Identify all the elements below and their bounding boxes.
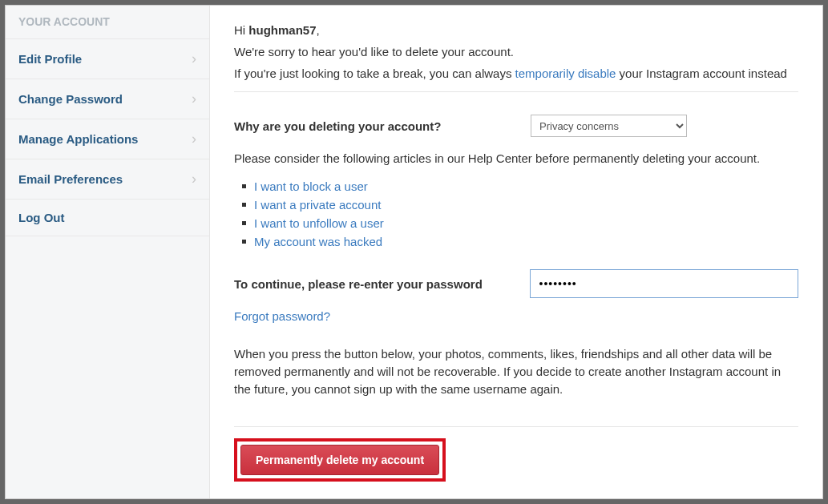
- article-link-block-user[interactable]: I want to block a user: [242, 179, 798, 193]
- article-link-account-hacked[interactable]: My account was hacked: [242, 235, 798, 248]
- password-label: To continue, please re-enter your passwo…: [234, 277, 498, 291]
- divider: [234, 426, 798, 427]
- sidebar-item-log-out[interactable]: Log Out: [6, 199, 209, 236]
- username: hughman57: [248, 23, 316, 37]
- sidebar-item-label: Edit Profile: [18, 52, 82, 66]
- sorry-text: We're sorry to hear you'd like to delete…: [234, 45, 798, 58]
- sidebar-item-label: Email Preferences: [18, 172, 123, 186]
- permanently-delete-button[interactable]: Permanently delete my account: [240, 445, 439, 475]
- sidebar-item-email-preferences[interactable]: Email Preferences ›: [6, 159, 209, 200]
- sidebar-title: YOUR ACCOUNT: [6, 6, 209, 39]
- chevron-right-icon: ›: [192, 91, 196, 107]
- sidebar: YOUR ACCOUNT Edit Profile › Change Passw…: [6, 6, 210, 498]
- forgot-password-link[interactable]: Forgot password?: [234, 309, 330, 323]
- article-link-private-account[interactable]: I want a private account: [242, 198, 798, 212]
- main-content: Hi hughman57, We're sorry to hear you'd …: [210, 6, 822, 498]
- password-row: To continue, please re-enter your passwo…: [234, 269, 798, 298]
- help-center-note: Please consider the following articles i…: [234, 151, 798, 165]
- divider: [234, 91, 798, 92]
- chevron-right-icon: ›: [192, 131, 196, 147]
- chevron-right-icon: ›: [192, 171, 196, 187]
- reason-label: Why are you deleting your account?: [234, 119, 499, 133]
- chevron-right-icon: ›: [192, 50, 196, 67]
- reason-row: Why are you deleting your account? Priva…: [234, 115, 798, 137]
- reason-select[interactable]: Privacy concerns: [531, 115, 687, 137]
- warning-text: When you press the button below, your ph…: [234, 345, 798, 397]
- sidebar-item-manage-applications[interactable]: Manage Applications ›: [6, 119, 209, 159]
- break-text: If you're just looking to take a break, …: [234, 67, 798, 80]
- delete-button-highlight: Permanently delete my account: [234, 438, 446, 482]
- sidebar-item-edit-profile[interactable]: Edit Profile ›: [6, 38, 209, 79]
- sidebar-item-label: Log Out: [18, 211, 64, 224]
- sidebar-item-change-password[interactable]: Change Password ›: [6, 79, 209, 119]
- greeting: Hi hughman57,: [234, 23, 798, 37]
- password-input[interactable]: [530, 269, 798, 298]
- sidebar-item-label: Change Password: [18, 92, 123, 106]
- help-articles-list: I want to block a user I want a private …: [242, 179, 798, 248]
- sidebar-item-label: Manage Applications: [18, 132, 138, 146]
- article-link-unfollow-user[interactable]: I want to unfollow a user: [242, 216, 798, 230]
- temporarily-disable-link[interactable]: temporarily disable: [515, 67, 616, 80]
- account-delete-window: YOUR ACCOUNT Edit Profile › Change Passw…: [5, 5, 823, 499]
